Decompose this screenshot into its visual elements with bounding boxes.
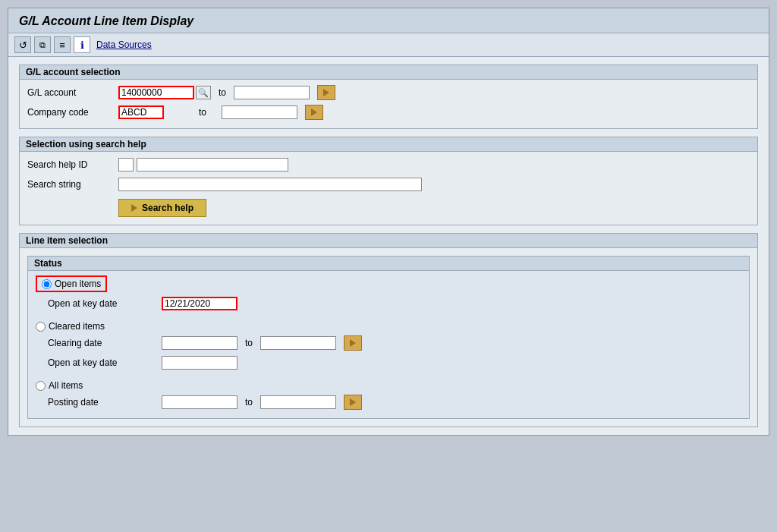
search-help-id-short-input[interactable] — [118, 158, 134, 172]
cleared-open-at-key-date-row: Open at key date — [48, 354, 741, 371]
gl-account-to-label: to — [219, 87, 226, 98]
gl-account-to-input[interactable] — [234, 86, 310, 99]
nav-arrow-icon2 — [311, 109, 317, 116]
company-code-to-input[interactable] — [222, 105, 297, 119]
posting-date-nav-btn[interactable] — [344, 395, 362, 410]
all-items-label[interactable]: All items — [49, 380, 83, 391]
clearing-to-label: to — [245, 338, 253, 348]
status-subsection-body: Open items Open at key date Cleared item… — [28, 271, 749, 418]
search-help-section-body: Search help ID Search string Search help — [20, 152, 757, 225]
cleared-items-row: Cleared items — [36, 321, 741, 332]
open-at-key-date-input[interactable] — [162, 297, 238, 310]
clearing-date-row: Clearing date to — [48, 335, 741, 351]
open-items-row: Open items — [36, 275, 107, 292]
list-icon[interactable] — [54, 36, 71, 53]
nav-arrow-icon3 — [350, 339, 356, 347]
all-items-row: All items — [36, 380, 741, 391]
search-help-section: Selection using search help Search help … — [19, 137, 758, 225]
nav-arrow-icon — [323, 89, 329, 96]
status-subsection-title: Status — [28, 257, 749, 271]
company-code-label: Company code — [27, 107, 118, 118]
status-subsection: Status Open items Open at key date — [27, 256, 750, 419]
clearing-date-input[interactable] — [162, 336, 238, 350]
title-bar: G/L Account Line Item Display — [8, 8, 769, 33]
search-help-arrow-icon — [131, 204, 137, 212]
gl-account-search-btn[interactable]: 🔍 — [196, 86, 211, 99]
search-help-section-title: Selection using search help — [20, 137, 757, 152]
gl-account-label: G/L account — [27, 87, 118, 98]
open-items-radio[interactable] — [42, 279, 52, 289]
gl-account-row: G/L account 🔍 to — [27, 84, 750, 101]
gl-account-input[interactable] — [118, 86, 194, 99]
cleared-items-radio[interactable] — [36, 322, 46, 332]
nav-arrow-icon4 — [350, 398, 356, 406]
search-help-button-label: Search help — [142, 203, 193, 213]
posting-to-label: to — [245, 397, 253, 408]
search-help-button[interactable]: Search help — [118, 199, 206, 217]
posting-date-input[interactable] — [162, 395, 238, 409]
cleared-items-label[interactable]: Cleared items — [49, 321, 105, 332]
data-sources-link[interactable]: Data Sources — [96, 39, 152, 50]
company-code-nav-btn[interactable] — [305, 105, 323, 120]
line-item-section: Line item selection Status Open items Op… — [19, 233, 758, 427]
cleared-open-at-key-date-label: Open at key date — [48, 357, 162, 368]
copy-icon[interactable] — [34, 36, 51, 53]
posting-date-label: Posting date — [48, 397, 162, 408]
search-help-button-row: Search help — [27, 196, 750, 217]
company-code-input[interactable] — [118, 105, 164, 119]
gl-account-section: G/L account selection G/L account 🔍 to — [19, 65, 758, 129]
posting-date-row: Posting date to — [48, 394, 741, 411]
open-at-key-date-label: Open at key date — [48, 298, 162, 309]
search-help-id-input[interactable] — [137, 158, 288, 172]
search-string-label: Search string — [27, 179, 118, 190]
toolbar: Data Sources — [8, 33, 769, 57]
main-window: G/L Account Line Item Display Data Sourc… — [8, 8, 769, 436]
posting-to-input[interactable] — [260, 395, 336, 409]
open-at-key-date-row: Open at key date — [48, 295, 741, 312]
open-items-label[interactable]: Open items — [55, 279, 101, 289]
clearing-date-label: Clearing date — [48, 338, 162, 348]
line-item-section-body: Status Open items Open at key date — [20, 248, 757, 427]
search-string-row: Search string — [27, 176, 750, 193]
info-icon[interactable] — [74, 36, 90, 53]
search-help-id-row: Search help ID — [27, 156, 750, 173]
cleared-open-at-key-date-input[interactable] — [162, 356, 238, 370]
content-area: G/L account selection G/L account 🔍 to — [8, 57, 769, 435]
company-code-to-label: to — [199, 107, 206, 118]
page-title: G/L Account Line Item Display — [19, 14, 758, 28]
gl-account-section-body: G/L account 🔍 to Company code to — [20, 80, 757, 128]
line-item-section-title: Line item selection — [20, 234, 757, 248]
clearing-date-nav-btn[interactable] — [344, 335, 362, 351]
clearing-to-input[interactable] — [260, 336, 336, 350]
all-items-radio[interactable] — [36, 381, 46, 391]
magnifier-icon: 🔍 — [198, 88, 209, 98]
search-help-id-label: Search help ID — [27, 159, 118, 170]
gl-account-nav-btn[interactable] — [317, 85, 335, 100]
company-code-row: Company code to — [27, 104, 750, 121]
gl-account-section-title: G/L account selection — [20, 65, 757, 80]
search-string-input[interactable] — [118, 178, 422, 191]
refresh-icon[interactable] — [14, 36, 31, 53]
